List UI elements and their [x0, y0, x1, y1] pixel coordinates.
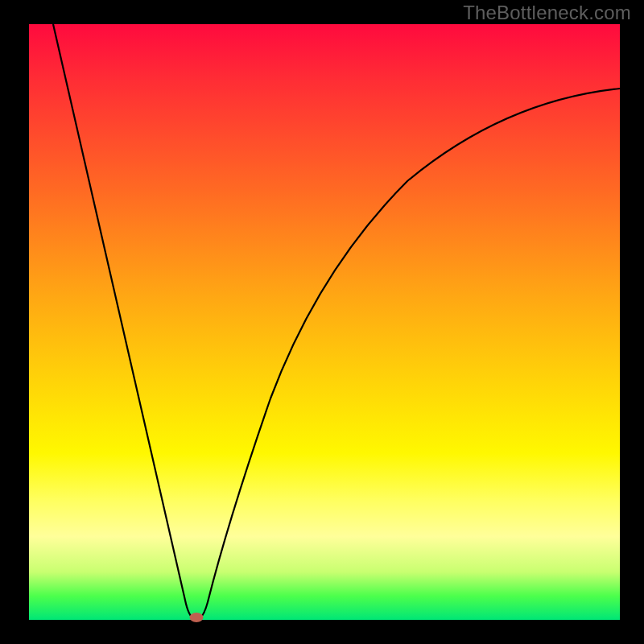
minimum-marker [190, 613, 204, 622]
chart-frame: TheBottleneck.com [0, 0, 644, 644]
curve-right-branch [196, 89, 620, 619]
plot-area [29, 24, 620, 620]
bottleneck-curve [29, 24, 620, 620]
watermark-text: TheBottleneck.com [463, 2, 631, 24]
curve-left-branch [53, 24, 196, 619]
